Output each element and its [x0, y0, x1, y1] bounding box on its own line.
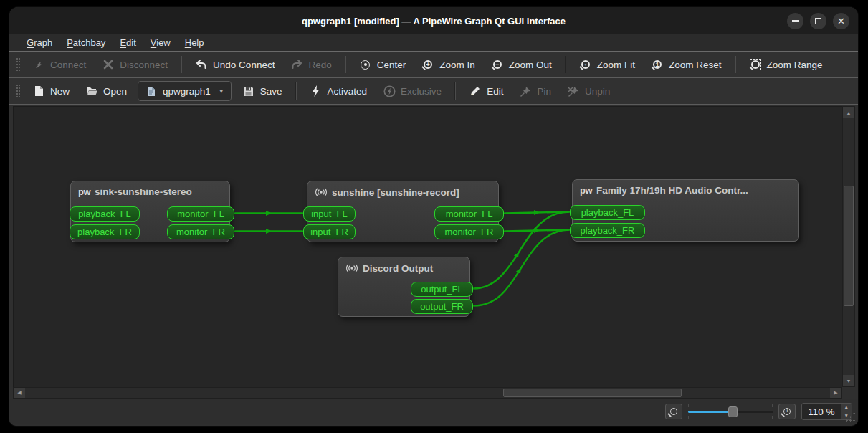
disconnect-icon [102, 58, 115, 71]
connections-layer [14, 107, 842, 387]
save-icon [242, 85, 255, 97]
scroll-up-button[interactable]: ▲ [843, 107, 854, 118]
zoom-fit-icon: ◦ [579, 58, 592, 71]
unpin-button[interactable]: Unpin [559, 81, 618, 101]
zoom-in-button[interactable]: + Zoom In [414, 54, 483, 75]
chevron-down-icon: ▼ [219, 88, 224, 95]
patchbay-file-icon [145, 85, 158, 97]
audio-app-icon [345, 262, 358, 274]
scroll-right-button[interactable]: ▶ [830, 388, 841, 398]
new-button[interactable]: New [24, 81, 77, 101]
open-folder-icon [85, 85, 98, 97]
save-button[interactable]: Save [234, 81, 290, 101]
zoom-out-icon: − [670, 408, 677, 415]
port-monitor_FL[interactable]: monitor_FL [167, 206, 234, 222]
scroll-left-icon: ◀ [17, 390, 21, 396]
zoom-reset-button[interactable]: 1 Zoom Reset [643, 54, 730, 75]
port-playback_FL[interactable]: playback_FL [570, 205, 645, 220]
port-input_FR[interactable]: input_FR [303, 224, 356, 239]
port-monitor_FR[interactable]: monitor_FR [167, 224, 234, 239]
vertical-scrollbar-thumb[interactable] [844, 186, 854, 306]
open-button[interactable]: Open [77, 81, 135, 101]
menu-edit[interactable]: Edit [113, 34, 143, 51]
port-playback_FL[interactable]: playback_FL [70, 206, 140, 222]
graph-toolbar: Connect Disconnect Undo Connect Redo Cen… [9, 52, 858, 78]
maximize-button[interactable] [810, 13, 826, 29]
port-output_FL[interactable]: output_FL [411, 282, 473, 297]
menu-bar: Graph Patchbay Edit View Help [9, 34, 858, 52]
zoom-out-button[interactable]: − Zoom Out [483, 54, 560, 75]
port-monitor_FL[interactable]: monitor_FL [434, 206, 504, 222]
patchbay-name: qpwgraph1 [163, 86, 211, 97]
graph-canvas[interactable]: pw sink-sunshine-stereo playback_FL play… [13, 106, 842, 387]
zoom-fit-button[interactable]: ◦ Zoom Fit [571, 54, 643, 75]
pin-icon [519, 85, 532, 97]
window-controls: ✕ [787, 7, 849, 34]
horizontal-scrollbar[interactable]: ◀ ▶ [13, 387, 842, 399]
center-icon [359, 58, 372, 71]
zoom-reset-icon: 1 [651, 58, 664, 71]
zoom-percent-value: 110 % [802, 406, 840, 417]
activated-toggle[interactable]: Activated [302, 81, 376, 101]
node-title: pw Family 17h/19h HD Audio Contr... [573, 180, 798, 196]
horizontal-scrollbar-thumb[interactable] [503, 389, 682, 397]
center-button[interactable]: Center [351, 54, 414, 75]
node-sunshine[interactable]: sunshine [sunshine-record] input_FL inpu… [307, 181, 499, 242]
connect-icon [32, 58, 45, 71]
port-monitor_FR[interactable]: monitor_FR [434, 224, 504, 239]
node-family-hd-audio-controller[interactable]: pw Family 17h/19h HD Audio Contr... play… [572, 179, 799, 242]
menu-patchbay[interactable]: Patchbay [59, 34, 113, 51]
unpin-icon [567, 85, 580, 97]
scroll-down-button[interactable]: ▼ [843, 375, 854, 386]
toolbar-separator [735, 56, 736, 73]
scroll-left-button[interactable]: ◀ [14, 388, 25, 398]
menu-help[interactable]: Help [178, 34, 211, 51]
scroll-down-icon: ▼ [846, 379, 852, 384]
port-input_FL[interactable]: input_FL [303, 206, 356, 222]
close-icon: ✕ [837, 16, 845, 26]
zoom-in-button-statusbar[interactable]: + [778, 404, 796, 419]
title-bar[interactable]: qpwgraph1 [modified] — A PipeWire Graph … [9, 7, 858, 34]
window-title: qpwgraph1 [modified] — A PipeWire Graph … [302, 16, 566, 27]
pin-button[interactable]: Pin [511, 81, 559, 101]
toolbar-grip[interactable] [15, 57, 20, 72]
vertical-scrollbar[interactable]: ▲ ▼ [842, 106, 855, 387]
spin-up-icon: ▲ [841, 403, 852, 411]
node-sink-sunshine-stereo[interactable]: pw sink-sunshine-stereo playback_FL play… [70, 181, 230, 242]
app-window: qpwgraph1 [modified] — A PipeWire Graph … [9, 7, 858, 426]
port-output_FR[interactable]: output_FR [411, 299, 473, 314]
node-title: Discord Output [338, 257, 469, 274]
zoom-out-button-statusbar[interactable]: − [665, 404, 682, 419]
port-playback_FR[interactable]: playback_FR [70, 224, 140, 239]
exclusive-toggle[interactable]: Exclusive [375, 81, 449, 101]
toolbar-separator [565, 56, 566, 73]
patchbay-select-dropdown[interactable]: qpwgraph1 ▼ [138, 81, 232, 101]
node-title: pw sink-sunshine-stereo [71, 181, 229, 197]
scroll-up-icon: ▲ [846, 110, 852, 115]
pipewire-icon: pw [580, 185, 592, 196]
pipewire-icon: pw [78, 186, 90, 197]
zoom-percent-spinbox[interactable]: 110 % ▲ ▼ [801, 403, 852, 420]
status-bar: − + 110 % ▲ ▼ [9, 399, 858, 424]
close-button[interactable]: ✕ [833, 13, 849, 29]
port-playback_FR[interactable]: playback_FR [570, 223, 645, 238]
exclusive-bolt-icon [383, 85, 396, 97]
menu-view[interactable]: View [143, 34, 178, 51]
minimize-icon [792, 20, 799, 22]
zoom-range-button[interactable]: Zoom Range [741, 54, 831, 75]
node-discord-output[interactable]: Discord Output output_FL output_FR [338, 257, 470, 317]
edit-pencil-icon [469, 85, 482, 97]
zoom-slider[interactable] [688, 404, 773, 419]
graph-view: pw sink-sunshine-stereo playback_FL play… [9, 105, 858, 399]
connect-button[interactable]: Connect [24, 54, 94, 75]
audio-app-icon [315, 186, 328, 198]
patchbay-toolbar: New Open qpwgraph1 ▼ Save Act [9, 78, 858, 105]
disconnect-button[interactable]: Disconnect [94, 54, 176, 75]
menu-graph[interactable]: Graph [19, 34, 59, 51]
toolbar-grip[interactable] [15, 83, 20, 99]
undo-connect-button[interactable]: Undo Connect [187, 54, 282, 75]
minimize-button[interactable] [787, 13, 803, 29]
redo-button[interactable]: Redo [282, 54, 339, 75]
edit-button[interactable]: Edit [461, 81, 511, 101]
activated-bolt-icon [310, 85, 323, 97]
